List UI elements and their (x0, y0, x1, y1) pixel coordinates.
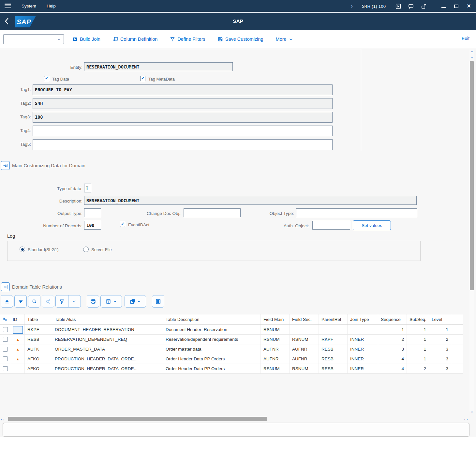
cell-subseq[interactable]: 1 (407, 354, 429, 364)
id-cell[interactable]: ▲ (11, 335, 25, 344)
cell-description[interactable]: Order Header Data PP Orders (163, 354, 261, 364)
menu-system[interactable]: System (22, 4, 36, 8)
description-input[interactable]: RESERVATION_DOCUMENT (84, 196, 417, 205)
gui-scripting-icon[interactable] (395, 4, 401, 9)
tag-data-checkbox[interactable] (44, 76, 49, 81)
table-row[interactable]: ▲RESBRESERVATION_DEPENDENT_REQReservatio… (0, 335, 463, 344)
search-button[interactable] (28, 295, 40, 308)
cell-field-sec[interactable]: AUFNR (290, 354, 319, 364)
vertical-scrollbar-thumb[interactable] (470, 61, 474, 290)
set-values-button[interactable]: Set values (353, 220, 391, 230)
object-type-input[interactable] (296, 208, 417, 217)
define-filters-button[interactable]: Define Filters (170, 37, 205, 42)
row-checkbox[interactable] (3, 347, 8, 352)
copy-view-button[interactable] (125, 295, 146, 308)
cell-table[interactable]: RESB (25, 335, 52, 344)
column-header-id[interactable]: ID (11, 314, 25, 324)
cell-join-type[interactable]: INNER (348, 344, 378, 354)
sort-ascending-button[interactable] (1, 295, 13, 308)
select-all-header-cell[interactable] (0, 314, 11, 324)
message-bubble-icon[interactable] (408, 4, 414, 9)
log-standard-radio[interactable] (20, 247, 25, 252)
cell-level[interactable]: 2 (429, 335, 451, 344)
cell-parent-rel[interactable] (319, 325, 348, 334)
exit-button[interactable]: Exit (462, 36, 469, 41)
tag2-input[interactable]: S4H (33, 98, 333, 109)
hscroll-left-icon[interactable]: ‹ › (1, 418, 4, 421)
cell-subseq[interactable]: 1 (407, 335, 429, 344)
cell-alias[interactable]: PRODUCTION_HEADER_DATA_ORDE... (52, 354, 163, 364)
cell-sequence[interactable]: 1 (378, 325, 407, 334)
id-cell[interactable] (11, 325, 25, 334)
set-filter-button[interactable] (55, 295, 81, 308)
column-header-description[interactable]: Table Description (163, 314, 261, 324)
cell-subseq[interactable]: 1 (407, 325, 429, 334)
cell-alias[interactable]: RESERVATION_DEPENDENT_REQ (52, 335, 163, 344)
ok-code-combobox[interactable] (3, 34, 64, 44)
unlocked-padlock-icon[interactable] (421, 4, 426, 9)
build-join-button[interactable]: Build Join (72, 37, 100, 42)
cell-subseq[interactable]: 2 (407, 364, 429, 373)
cell-level[interactable]: 3 (429, 364, 451, 373)
collapse-section-icon[interactable] (1, 282, 10, 291)
cell-description[interactable]: Order Header Data PP Orders (163, 364, 261, 373)
column-header-subseq[interactable]: SubSeq. (407, 314, 429, 324)
cell-sequence[interactable]: 3 (378, 344, 407, 354)
hscroll-right-icon[interactable]: ‹ › (464, 418, 468, 421)
cell-table[interactable]: AFKO (25, 364, 52, 373)
change-doc-input[interactable] (184, 208, 241, 217)
cell-field-sec[interactable]: AUFNR (290, 344, 319, 354)
maximize-button[interactable] (454, 5, 458, 8)
row-select-cell[interactable] (0, 335, 11, 344)
cell-level[interactable]: 1 (429, 325, 451, 334)
print-button[interactable] (87, 295, 99, 308)
table-row[interactable]: AFKOPRODUCTION_HEADER_DATA_ORDE...Order … (0, 364, 463, 374)
column-header-join-type[interactable]: Join Type (348, 314, 378, 324)
column-header-sequence[interactable]: Sequence (378, 314, 407, 324)
cell-field-main[interactable]: RSNUM (261, 335, 290, 344)
number-of-records-input[interactable]: 100 (84, 221, 101, 230)
cell-sequence[interactable]: 4 (378, 354, 407, 364)
row-select-cell[interactable] (0, 325, 11, 334)
menu-help[interactable]: Help (47, 4, 56, 8)
row-checkbox[interactable] (3, 327, 8, 332)
cell-field-sec[interactable]: RSNUM (290, 335, 319, 344)
cell-join-type[interactable] (348, 325, 378, 334)
horizontal-scrollbar-thumb[interactable] (8, 417, 267, 421)
tag5-input[interactable] (33, 139, 333, 150)
cell-alias[interactable]: ORDER_MASTER_DATA (52, 344, 163, 354)
id-cell[interactable] (11, 364, 25, 373)
row-select-cell[interactable] (0, 354, 11, 364)
cell-table[interactable]: AUFK (25, 344, 52, 354)
column-header-field-sec[interactable]: Field Sec. (290, 314, 319, 324)
hamburger-menu-icon[interactable] (5, 4, 11, 8)
close-button[interactable]: × (467, 3, 471, 9)
type-of-data-input[interactable]: T (84, 184, 91, 192)
search-next-button[interactable] (42, 295, 54, 308)
selected-cell-highlight[interactable] (13, 326, 23, 334)
row-select-cell[interactable] (0, 344, 11, 354)
output-type-input[interactable] (84, 208, 101, 217)
vscroll-top-down-icon[interactable]: ⌄ (470, 55, 473, 59)
more-button[interactable]: More (276, 37, 293, 42)
tag4-input[interactable] (33, 126, 333, 136)
vscroll-top-up-icon[interactable]: ⌃ (470, 51, 473, 54)
table-row[interactable]: ▲AUFKORDER_MASTER_DATAOrder master dataA… (0, 344, 463, 354)
sort-descending-button[interactable] (14, 295, 27, 308)
cell-level[interactable]: 3 (429, 354, 451, 364)
column-header-table[interactable]: Table (25, 314, 52, 324)
auth-object-input[interactable] (312, 221, 350, 230)
minimize-button[interactable] (441, 7, 446, 8)
row-checkbox[interactable] (3, 366, 8, 371)
save-customizing-button[interactable]: Save Customizing (218, 37, 263, 42)
cell-parent-rel[interactable]: RESB (319, 344, 348, 354)
cell-field-sec[interactable]: RSNUM (290, 364, 319, 373)
cell-field-sec[interactable] (290, 325, 319, 334)
tag3-input[interactable]: 100 (33, 112, 333, 123)
cell-sequence[interactable]: 2 (378, 335, 407, 344)
cell-table[interactable]: RKPF (25, 325, 52, 334)
eventidact-checkbox[interactable] (120, 222, 125, 227)
filter-icon[interactable] (56, 295, 68, 307)
id-cell[interactable]: ▲ (11, 344, 25, 354)
tag1-input[interactable]: PROCURE TO PAY (33, 84, 333, 95)
